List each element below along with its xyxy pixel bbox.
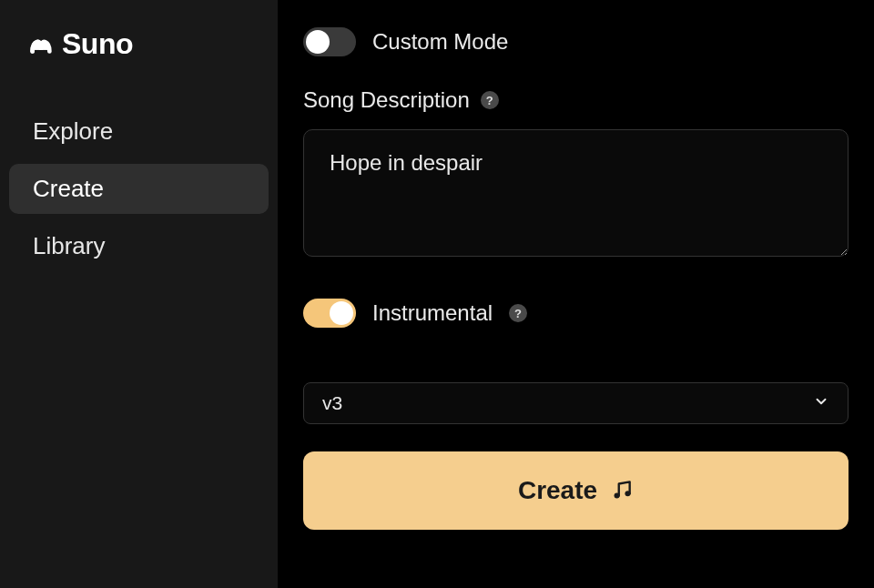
instrumental-row: Instrumental ? (303, 299, 849, 328)
sidebar-item-create[interactable]: Create (9, 164, 269, 214)
instrumental-toggle[interactable] (303, 299, 356, 328)
svg-point-2 (625, 491, 631, 496)
custom-mode-row: Custom Mode (303, 27, 849, 56)
song-description-input[interactable] (303, 129, 849, 257)
help-icon[interactable]: ? (509, 304, 527, 322)
custom-mode-toggle[interactable] (303, 27, 356, 56)
instrumental-label: Instrumental (372, 300, 493, 326)
svg-point-1 (615, 492, 620, 498)
brand-name: Suno (62, 27, 133, 61)
chevron-down-icon (813, 392, 829, 414)
model-select-wrap: v3 (303, 382, 849, 424)
toggle-knob-icon (330, 301, 353, 325)
brand-logo[interactable]: Suno (9, 27, 269, 61)
music-note-icon (610, 478, 634, 504)
song-description-label-row: Song Description ? (303, 87, 849, 113)
help-icon[interactable]: ? (481, 91, 499, 109)
custom-mode-label: Custom Mode (372, 29, 508, 55)
create-button-label: Create (518, 476, 597, 505)
suno-logo-icon (27, 31, 55, 58)
create-panel: Custom Mode Song Description ? Instrumen… (278, 0, 874, 588)
model-select[interactable]: v3 (303, 382, 849, 424)
toggle-knob-icon (306, 30, 330, 54)
model-selected-value: v3 (322, 392, 342, 414)
song-description-label: Song Description (303, 87, 470, 113)
sidebar-item-library[interactable]: Library (9, 221, 269, 271)
create-button[interactable]: Create (303, 451, 849, 530)
sidebar-item-explore[interactable]: Explore (9, 106, 269, 157)
sidebar-nav: Explore Create Library (9, 106, 269, 271)
sidebar: Suno Explore Create Library (0, 0, 278, 588)
